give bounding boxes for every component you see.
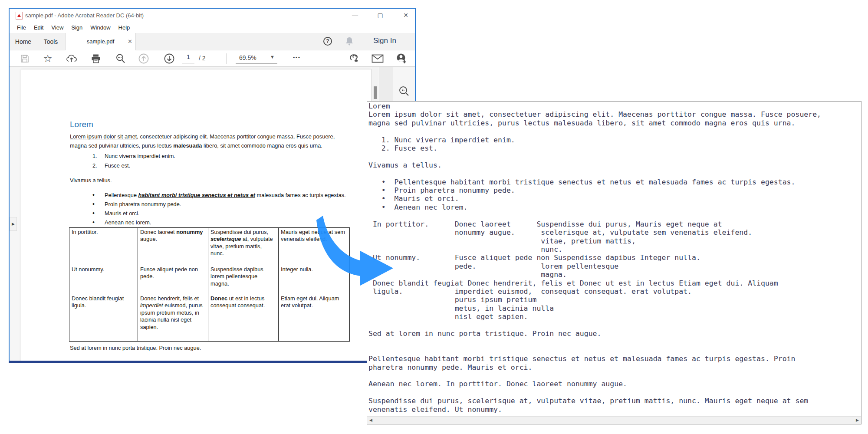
extracted-text-content: Lorem Lorem ipsum dolor sit amet, consec… bbox=[367, 102, 861, 414]
more-tools-icon[interactable]: ••• bbox=[288, 52, 306, 64]
tools-rail bbox=[379, 67, 393, 101]
menu-edit[interactable]: Edit bbox=[30, 24, 47, 31]
next-page-icon[interactable] bbox=[163, 52, 176, 65]
pdf-table: In porttitor. Donec laoreet nonummy augu… bbox=[69, 227, 350, 342]
pdf-bullet-item: Pellentesque habitant morbi tristique se… bbox=[92, 191, 345, 198]
acrobat-window: sample.pdf - Adobe Acrobat Reader DC (64… bbox=[9, 8, 416, 363]
menu-help[interactable]: Help bbox=[115, 24, 134, 31]
acrobat-app-icon bbox=[16, 12, 23, 20]
table-row: Ut nonummy. Fusce aliquet pede non pede.… bbox=[69, 265, 350, 294]
marquee-zoom-icon[interactable] bbox=[398, 85, 410, 97]
menu-sign[interactable]: Sign bbox=[67, 24, 86, 31]
main-toolbar: ☆ bbox=[10, 50, 415, 67]
minimize-button[interactable]: — bbox=[348, 10, 362, 20]
scroll-left-icon[interactable]: ◀ bbox=[369, 418, 372, 422]
notifications-bell-icon[interactable] bbox=[344, 36, 355, 46]
tab-document-label: sample.pdf bbox=[87, 38, 115, 45]
close-button[interactable]: ✕ bbox=[399, 10, 413, 20]
nav-pane-expand-icon[interactable]: ▶ bbox=[10, 217, 17, 231]
window-titlebar[interactable]: sample.pdf - Adobe Acrobat Reader DC (64… bbox=[10, 9, 415, 22]
vertical-scrollbar[interactable] bbox=[372, 67, 378, 101]
pdf-closing-line: Sed at lorem in nunc porta tristique. Pr… bbox=[70, 345, 201, 351]
zoom-level-value: 69.5% bbox=[239, 54, 256, 61]
scrollbar-thumb[interactable] bbox=[374, 86, 377, 99]
tab-tools[interactable]: Tools bbox=[37, 33, 65, 50]
page-count-label: / 2 bbox=[199, 55, 206, 62]
horizontal-scrollbar[interactable]: ◀ ▶ bbox=[367, 416, 861, 424]
pdf-numbered-item: 1.Nunc viverra imperdiet enim. bbox=[92, 153, 175, 159]
table-row: Donec blandit feugiat ligula. Donec hend… bbox=[69, 294, 350, 342]
tab-bar: Home Tools sample.pdf ✕ ? Sign In bbox=[10, 33, 415, 50]
cloud-upload-icon[interactable] bbox=[65, 52, 78, 65]
tab-home[interactable]: Home bbox=[10, 33, 37, 50]
star-favorites-icon[interactable]: ☆ bbox=[41, 52, 54, 65]
pdf-page: Lorem Lorem ipsum dolor sit amet, consec… bbox=[21, 69, 372, 361]
pdf-paragraph: Lorem ipsum dolor sit amet, consectetuer… bbox=[70, 132, 351, 150]
table-row: In porttitor. Donec laoreet nonummy augu… bbox=[69, 228, 350, 265]
pdf-paragraph: Vivamus a tellus. bbox=[70, 177, 112, 184]
toolbar-divider bbox=[226, 53, 227, 64]
pdf-heading: Lorem bbox=[70, 120, 93, 129]
scroll-right-icon[interactable]: ▶ bbox=[856, 418, 859, 422]
help-icon[interactable]: ? bbox=[323, 37, 332, 46]
menu-bar: File Edit View Sign Window Help bbox=[10, 22, 415, 33]
share-person-icon[interactable] bbox=[395, 52, 408, 65]
save-icon[interactable] bbox=[18, 52, 31, 65]
menu-window[interactable]: Window bbox=[86, 24, 114, 31]
sign-in-button[interactable]: Sign In bbox=[373, 36, 396, 45]
pdf-bullet-item: Aenean nec lorem. bbox=[92, 219, 151, 226]
pdf-bullet-item: Proin pharetra nonummy pede. bbox=[92, 201, 181, 207]
window-title: sample.pdf - Adobe Acrobat Reader DC (64… bbox=[25, 12, 144, 19]
page-number-input[interactable]: 1 bbox=[182, 53, 194, 63]
tab-close-icon[interactable]: ✕ bbox=[128, 33, 132, 50]
maximize-button[interactable]: ▢ bbox=[373, 10, 387, 20]
fill-sign-icon[interactable] bbox=[348, 52, 361, 65]
zoom-level-dropdown[interactable]: 69.5% ▼ bbox=[236, 53, 277, 64]
document-pane: Lorem Lorem ipsum dolor sit amet, consec… bbox=[10, 67, 415, 361]
chevron-down-icon: ▼ bbox=[270, 54, 275, 59]
tab-document[interactable]: sample.pdf ✕ bbox=[65, 33, 136, 50]
menu-file[interactable]: File bbox=[13, 24, 30, 31]
extracted-text-panel: Lorem Lorem ipsum dolor sit amet, consec… bbox=[367, 101, 861, 424]
search-icon[interactable] bbox=[114, 52, 127, 65]
print-icon[interactable] bbox=[89, 52, 102, 65]
email-icon[interactable] bbox=[371, 52, 384, 65]
menu-view[interactable]: View bbox=[47, 24, 67, 31]
pdf-numbered-item: 2.Fusce est. bbox=[92, 162, 130, 169]
previous-page-icon[interactable] bbox=[137, 52, 150, 65]
pdf-bullet-item: Mauris et orci. bbox=[92, 210, 139, 217]
